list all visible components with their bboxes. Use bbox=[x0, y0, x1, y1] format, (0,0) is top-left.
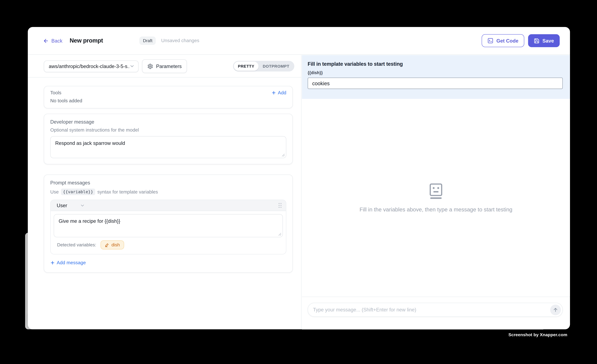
chat-message-input[interactable] bbox=[308, 307, 562, 313]
variable-chip-label: dish bbox=[111, 242, 120, 247]
message-field-wrap: Give me a recipe for {{dish}} bbox=[54, 214, 283, 237]
resize-handle-icon[interactable] bbox=[281, 153, 285, 157]
prompt-messages-title: Prompt messages bbox=[50, 180, 286, 186]
variable-key-label: {{dish}} bbox=[308, 70, 563, 75]
add-message-label: Add message bbox=[57, 260, 86, 265]
parameters-label: Parameters bbox=[156, 63, 182, 69]
arrow-up-icon bbox=[553, 307, 558, 312]
add-tool-button[interactable]: Add bbox=[271, 90, 286, 95]
chat-empty-state: Fill in the variables above, then type a… bbox=[302, 99, 570, 297]
developer-message-input[interactable]: Respond as jack sparrow would bbox=[51, 136, 286, 158]
model-select[interactable]: aws/anthropic/bedrock-claude-3-5-s... bbox=[44, 60, 139, 72]
template-variables-section: Fill in template variables to start test… bbox=[302, 55, 570, 99]
role-select[interactable] bbox=[80, 203, 85, 208]
detected-variables-row: Detected variables: dish bbox=[57, 240, 283, 249]
add-tool-label: Add bbox=[278, 90, 286, 95]
status-badge: Draft bbox=[140, 37, 156, 45]
send-button[interactable] bbox=[550, 304, 561, 315]
editor-toolbar: aws/anthropic/bedrock-claude-3-5-s... Pa… bbox=[28, 55, 301, 78]
detected-variables-label: Detected variables: bbox=[57, 242, 96, 247]
prompt-editor-window: Back New prompt Draft Unsaved changes Ge… bbox=[28, 27, 570, 329]
message-role-header: User bbox=[51, 200, 286, 211]
back-label: Back bbox=[51, 38, 63, 44]
syntax-prefix: Use bbox=[50, 189, 59, 195]
resize-handle-icon[interactable] bbox=[278, 232, 281, 236]
watermark-credit: Screenshot by Xnapper.com bbox=[508, 333, 567, 337]
variable-syntax-chip: {{variable}} bbox=[61, 189, 95, 195]
variable-chip-dish[interactable]: dish bbox=[100, 240, 124, 249]
template-variables-heading: Fill in template variables to start test… bbox=[308, 61, 563, 67]
tools-card: Tools Add No tools added bbox=[44, 86, 293, 108]
add-message-button[interactable]: Add message bbox=[50, 260, 286, 265]
variable-value-input[interactable] bbox=[308, 77, 563, 89]
message-block: User Give me a recipe for {{dish}} bbox=[50, 200, 286, 254]
parameters-button[interactable]: Parameters bbox=[142, 59, 187, 73]
page-title: New prompt bbox=[70, 37, 103, 44]
developer-message-field-wrap: Respond as jack sparrow would bbox=[50, 136, 286, 158]
chevron-down-icon bbox=[130, 64, 135, 69]
chat-empty-text: Fill in the variables above, then type a… bbox=[360, 206, 512, 212]
message-body: Give me a recipe for {{dish}} Detected v… bbox=[51, 211, 286, 254]
developer-message-title: Developer message bbox=[50, 119, 286, 125]
developer-message-subtitle: Optional system instructions for the mod… bbox=[50, 127, 286, 133]
chat-input-wrap bbox=[308, 303, 563, 317]
role-select-value: User bbox=[57, 203, 67, 208]
editor-content: Tools Add No tools added Developer messa… bbox=[28, 77, 301, 273]
tools-empty-label: No tools added bbox=[50, 98, 286, 103]
editor-pane: aws/anthropic/bedrock-claude-3-5-s... Pa… bbox=[28, 55, 302, 329]
syntax-hint: Use {{variable}} syntax for template var… bbox=[50, 189, 286, 195]
save-icon bbox=[534, 38, 539, 44]
tab-dotprompt[interactable]: DOTPROMPT bbox=[259, 62, 294, 71]
header-actions: Get Code Save bbox=[481, 34, 560, 47]
gear-icon bbox=[147, 63, 153, 69]
plus-icon bbox=[271, 91, 276, 95]
arrow-left-icon bbox=[43, 38, 49, 44]
screenshot-stage: Back New prompt Draft Unsaved changes Ge… bbox=[0, 0, 597, 364]
developer-message-card: Developer message Optional system instru… bbox=[44, 114, 293, 164]
robot-face-icon bbox=[429, 183, 442, 199]
header: Back New prompt Draft Unsaved changes Ge… bbox=[28, 27, 570, 55]
chat-input-bar bbox=[302, 297, 570, 329]
edit-pencil-icon bbox=[105, 243, 109, 247]
get-code-label: Get Code bbox=[496, 38, 518, 44]
plus-icon bbox=[50, 260, 55, 265]
save-label: Save bbox=[542, 38, 554, 44]
get-code-button[interactable]: Get Code bbox=[481, 34, 524, 47]
message-input[interactable]: Give me a recipe for {{dish}} bbox=[54, 214, 283, 237]
prompt-messages-card: Prompt messages Use {{variable}} syntax … bbox=[44, 174, 293, 273]
tools-title: Tools bbox=[50, 90, 61, 95]
tab-pretty[interactable]: PRETTY bbox=[234, 62, 259, 71]
back-button[interactable]: Back bbox=[43, 38, 63, 44]
drag-handle-icon[interactable] bbox=[279, 203, 281, 208]
model-select-value: aws/anthropic/bedrock-claude-3-5-s... bbox=[49, 63, 130, 69]
save-button[interactable]: Save bbox=[528, 34, 560, 47]
view-mode-toggle: PRETTY DOTPROMPT bbox=[233, 61, 294, 72]
terminal-icon bbox=[487, 38, 493, 44]
tester-pane: Fill in template variables to start test… bbox=[302, 55, 570, 329]
syntax-suffix: syntax for template variables bbox=[97, 189, 158, 195]
chevron-down-icon bbox=[80, 203, 85, 208]
unsaved-changes-label: Unsaved changes bbox=[161, 38, 199, 43]
